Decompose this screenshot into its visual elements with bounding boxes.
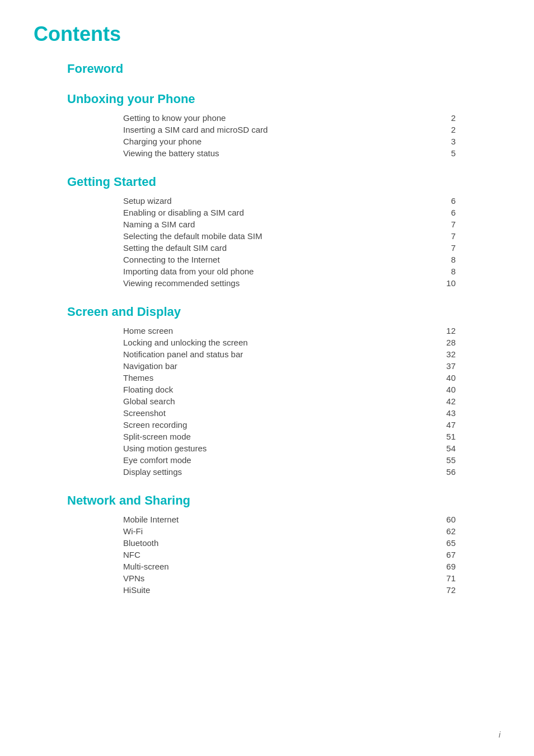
toc-entry: Themes40 xyxy=(123,372,456,384)
toc-entry: Naming a SIM card7 xyxy=(123,218,456,230)
entry-label: Split-screen mode xyxy=(123,432,191,441)
toc-entry: Setup wizard6 xyxy=(123,195,456,207)
entry-label: NFC xyxy=(123,550,140,559)
toc-entry: HiSuite72 xyxy=(123,584,456,596)
entry-page: 51 xyxy=(439,432,456,441)
toc-entry: Selecting the default mobile data SIM7 xyxy=(123,230,456,242)
entry-page: 7 xyxy=(439,231,456,241)
entry-label: Locking and unlocking the screen xyxy=(123,338,248,347)
entry-label: Enabling or disabling a SIM card xyxy=(123,208,244,217)
toc-entry: Locking and unlocking the screen28 xyxy=(123,337,456,348)
page-indicator: i xyxy=(499,730,500,739)
entry-label: Navigation bar xyxy=(123,361,177,371)
section-heading-unboxing: Unboxing your Phone xyxy=(67,92,500,106)
entry-page: 8 xyxy=(439,255,456,264)
entry-page: 37 xyxy=(439,361,456,371)
entry-page: 42 xyxy=(439,396,456,406)
entry-label: VPNs xyxy=(123,573,144,583)
toc-entry: Getting to know your phone2 xyxy=(123,112,456,124)
entry-page: 56 xyxy=(439,467,456,477)
entry-label: Floating dock xyxy=(123,385,173,394)
entry-page: 10 xyxy=(439,278,456,288)
entry-label: Setup wizard xyxy=(123,196,172,206)
entry-page: 32 xyxy=(439,349,456,359)
toc-entry: Split-screen mode51 xyxy=(123,431,456,442)
toc-entry: Multi-screen69 xyxy=(123,561,456,572)
entry-page: 28 xyxy=(439,338,456,347)
entry-page: 55 xyxy=(439,455,456,465)
toc-entry: Setting the default SIM card7 xyxy=(123,242,456,254)
entry-label: Notification panel and status bar xyxy=(123,349,243,359)
toc-entry: Notification panel and status bar32 xyxy=(123,348,456,360)
toc-entry: Global search42 xyxy=(123,395,456,407)
entry-page: 2 xyxy=(439,125,456,134)
section-unboxing: Unboxing your PhoneGetting to know your … xyxy=(34,92,500,159)
entry-label: Mobile Internet xyxy=(123,515,179,524)
entry-label: Importing data from your old phone xyxy=(123,267,254,276)
toc-entry: Using motion gestures54 xyxy=(123,442,456,454)
entry-label: Selecting the default mobile data SIM xyxy=(123,231,262,241)
toc-entry: Navigation bar37 xyxy=(123,360,456,372)
entry-label: Setting the default SIM card xyxy=(123,243,227,253)
entry-page: 40 xyxy=(439,385,456,394)
entry-page: 60 xyxy=(439,515,456,524)
entry-label: Screen recording xyxy=(123,420,187,430)
toc-entry: Screenshot43 xyxy=(123,407,456,419)
section-heading-getting-started: Getting Started xyxy=(67,175,500,189)
entry-page: 8 xyxy=(439,267,456,276)
toc-entry: Eye comfort mode55 xyxy=(123,454,456,466)
toc-entry: Screen recording47 xyxy=(123,419,456,431)
entry-label: Viewing recommended settings xyxy=(123,278,240,288)
section-heading-network-sharing: Network and Sharing xyxy=(67,493,500,508)
toc-container: ForewordUnboxing your PhoneGetting to kn… xyxy=(34,62,500,596)
section-screen-display: Screen and DisplayHome screen12Locking a… xyxy=(34,305,500,478)
entry-page: 2 xyxy=(439,113,456,123)
entry-label: Bluetooth xyxy=(123,538,158,548)
entry-page: 54 xyxy=(439,444,456,453)
entry-label: Wi-Fi xyxy=(123,526,143,536)
section-network-sharing: Network and SharingMobile Internet60Wi-F… xyxy=(34,493,500,596)
toc-entry: Enabling or disabling a SIM card6 xyxy=(123,207,456,218)
entry-label: Connecting to the Internet xyxy=(123,255,220,264)
toc-entry: Viewing the battery status5 xyxy=(123,147,456,159)
toc-entry: Display settings56 xyxy=(123,466,456,478)
toc-entry: Home screen12 xyxy=(123,325,456,337)
toc-entry: VPNs71 xyxy=(123,572,456,584)
entry-page: 6 xyxy=(439,208,456,217)
entry-label: Charging your phone xyxy=(123,137,202,146)
section-heading-foreword: Foreword xyxy=(67,62,500,76)
entry-page: 67 xyxy=(439,550,456,559)
entry-label: Inserting a SIM card and microSD card xyxy=(123,125,268,134)
entry-page: 12 xyxy=(439,326,456,335)
entry-page: 3 xyxy=(439,137,456,146)
section-heading-screen-display: Screen and Display xyxy=(67,305,500,319)
toc-entry: Bluetooth65 xyxy=(123,537,456,549)
entry-label: Home screen xyxy=(123,326,173,335)
section-getting-started: Getting StartedSetup wizard6Enabling or … xyxy=(34,175,500,289)
toc-entry: Charging your phone3 xyxy=(123,136,456,147)
toc-entry: Wi-Fi62 xyxy=(123,525,456,537)
toc-entry: Connecting to the Internet8 xyxy=(123,254,456,265)
page-title: Contents xyxy=(34,22,500,46)
entry-page: 62 xyxy=(439,526,456,536)
entry-page: 65 xyxy=(439,538,456,548)
entry-page: 71 xyxy=(439,573,456,583)
entry-page: 72 xyxy=(439,585,456,595)
toc-entry: Mobile Internet60 xyxy=(123,514,456,525)
entry-label: Using motion gestures xyxy=(123,444,207,453)
entry-label: Multi-screen xyxy=(123,562,169,571)
entry-label: Eye comfort mode xyxy=(123,455,191,465)
entry-label: Viewing the battery status xyxy=(123,148,219,158)
toc-entry: Importing data from your old phone8 xyxy=(123,265,456,277)
entry-page: 7 xyxy=(439,243,456,253)
section-foreword: Foreword xyxy=(34,62,500,76)
entry-page: 6 xyxy=(439,196,456,206)
entry-label: Getting to know your phone xyxy=(123,113,226,123)
toc-entry: Inserting a SIM card and microSD card2 xyxy=(123,124,456,136)
entry-label: Display settings xyxy=(123,467,182,477)
entry-label: Themes xyxy=(123,373,153,382)
entry-page: 7 xyxy=(439,220,456,229)
entry-page: 5 xyxy=(439,148,456,158)
entry-label: Naming a SIM card xyxy=(123,220,195,229)
entry-page: 47 xyxy=(439,420,456,430)
